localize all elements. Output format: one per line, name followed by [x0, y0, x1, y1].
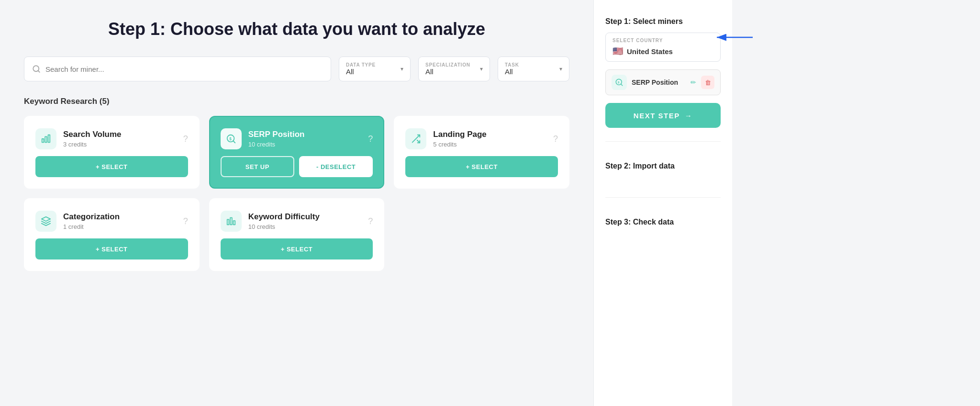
search-input[interactable]: [45, 65, 323, 73]
serp-position-credits: 10 credits: [248, 141, 368, 148]
sidebar-step3-title: Step 3: Check data: [605, 218, 721, 226]
card-search-volume: Search Volume 3 credits ? + SELECT: [24, 116, 200, 189]
data-type-filter[interactable]: DATA TYPE All ▾: [339, 56, 411, 81]
serp-position-info-icon[interactable]: ?: [368, 134, 373, 144]
data-type-chevron: ▾: [401, 66, 403, 72]
trash-icon: 🗑: [705, 79, 711, 86]
country-selector-container: SELECT COUNTRY 🇺🇸 United States: [605, 33, 721, 62]
bar-chart-2-icon: [226, 216, 236, 226]
flag-icon: 🇺🇸: [612, 46, 623, 56]
keyword-difficulty-select-button[interactable]: + SELECT: [221, 238, 373, 259]
landing-page-select-button[interactable]: + SELECT: [405, 156, 558, 177]
landing-page-name: Landing Page: [433, 130, 553, 139]
svg-line-6: [233, 141, 235, 143]
keyword-difficulty-name: Keyword Difficulty: [248, 212, 368, 222]
specialization-filter[interactable]: SPECIALIZATION All ▾: [418, 56, 490, 81]
serp-position-icon-wrap: $: [221, 128, 242, 149]
bar-chart-icon: [41, 134, 51, 144]
card-landing-page: Landing Page 5 credits ? + SELECT: [394, 116, 569, 189]
categorization-credits: 1 credit: [63, 223, 183, 230]
categorization-name: Categorization: [63, 212, 183, 222]
step-divider-1: [605, 141, 721, 142]
svg-rect-4: [48, 135, 50, 143]
search-dollar-icon: $: [226, 134, 236, 144]
country-selector[interactable]: SELECT COUNTRY 🇺🇸 United States: [605, 33, 721, 62]
country-name: United States: [627, 47, 673, 56]
keyword-difficulty-icon-wrap: [221, 211, 242, 232]
svg-text:$: $: [229, 137, 232, 141]
specialization-value: All: [425, 68, 470, 76]
edit-icon[interactable]: ✏: [690, 79, 696, 86]
sidebar-step2-title: Step 2: Import data: [605, 162, 721, 170]
task-value: All: [505, 68, 519, 76]
search-icon: [32, 65, 41, 73]
sidebar-step1-section: Step 1: Select miners SELECT COUNTRY 🇺🇸 …: [605, 17, 721, 128]
card-serp-position: $ SERP Position 10 credits ? SET UP - DE…: [209, 116, 385, 189]
deselect-label: - DESELECT: [316, 163, 356, 170]
selected-miner-row: $ SERP Position ✏ 🗑: [605, 69, 721, 95]
svg-rect-2: [42, 139, 44, 142]
svg-rect-11: [227, 219, 229, 225]
data-type-value: All: [346, 68, 376, 76]
card-keyword-difficulty: Keyword Difficulty 10 credits ? + SELECT: [209, 198, 385, 271]
search-volume-select-button[interactable]: + SELECT: [35, 156, 188, 177]
card-categorization: Categorization 1 credit ? + SELECT: [24, 198, 200, 271]
specialization-label: SPECIALIZATION: [425, 62, 470, 68]
keyword-difficulty-credits: 10 credits: [248, 223, 368, 230]
arrow-split-icon: [411, 134, 421, 144]
svg-rect-12: [230, 218, 232, 225]
svg-text:$: $: [618, 81, 620, 84]
search-volume-select-label: + SELECT: [96, 163, 128, 170]
sidebar-step3-section: Step 3: Check data: [605, 211, 721, 240]
landing-page-credits: 5 credits: [433, 141, 553, 148]
filters-row: DATA TYPE All ▾ SPECIALIZATION All ▾ TAS…: [24, 56, 569, 81]
cards-grid: Search Volume 3 credits ? + SELECT $: [24, 116, 569, 271]
next-step-arrow: →: [685, 112, 693, 120]
selected-miner-icon: $: [612, 75, 627, 90]
country-label: SELECT COUNTRY: [612, 38, 713, 43]
serp-position-setup-button[interactable]: SET UP: [221, 156, 294, 177]
svg-marker-10: [42, 217, 50, 221]
sidebar-step2-section: Step 2: Import data: [605, 155, 721, 184]
next-step-label: NEXT STEP: [634, 112, 680, 120]
serp-position-small-icon: $: [615, 78, 624, 87]
sidebar: Step 1: Select miners SELECT COUNTRY 🇺🇸 …: [593, 0, 732, 406]
svg-line-18: [621, 84, 622, 85]
search-volume-name: Search Volume: [63, 130, 183, 139]
section-title: Keyword Research (5): [24, 97, 569, 106]
landing-page-icon-wrap: [405, 128, 426, 149]
sidebar-step1-title: Step 1: Select miners: [605, 17, 721, 26]
specialization-chevron: ▾: [480, 66, 483, 72]
step-divider-2: [605, 197, 721, 198]
svg-rect-13: [233, 221, 235, 225]
categorization-info-icon[interactable]: ?: [183, 216, 188, 226]
delete-button[interactable]: 🗑: [701, 76, 714, 89]
svg-rect-3: [45, 136, 47, 142]
serp-position-name: SERP Position: [248, 130, 368, 139]
search-volume-credits: 3 credits: [63, 141, 183, 148]
search-box[interactable]: [24, 56, 331, 81]
categorization-select-button[interactable]: + SELECT: [35, 238, 188, 259]
serp-position-deselect-button[interactable]: - DESELECT: [299, 156, 373, 177]
search-volume-info-icon[interactable]: ?: [183, 134, 188, 144]
categorization-select-label: + SELECT: [96, 246, 128, 253]
categorization-icon-wrap: [35, 211, 56, 232]
task-chevron: ▾: [559, 66, 562, 72]
selected-miner-name: SERP Position: [632, 79, 686, 86]
data-type-label: DATA TYPE: [346, 62, 376, 68]
keyword-difficulty-info-icon[interactable]: ?: [368, 216, 373, 226]
svg-line-1: [38, 70, 39, 72]
page-title: Step 1: Choose what data you want to ana…: [24, 19, 569, 39]
landing-page-info-icon[interactable]: ?: [553, 134, 558, 144]
landing-page-select-label: + SELECT: [466, 163, 498, 170]
task-label: TASK: [505, 62, 519, 68]
next-step-button[interactable]: NEXT STEP →: [605, 103, 721, 128]
layers-icon: [41, 216, 51, 226]
task-filter[interactable]: TASK All ▾: [498, 56, 569, 81]
keyword-difficulty-select-label: + SELECT: [281, 246, 313, 253]
setup-label: SET UP: [245, 163, 269, 170]
search-volume-icon-wrap: [35, 128, 56, 149]
